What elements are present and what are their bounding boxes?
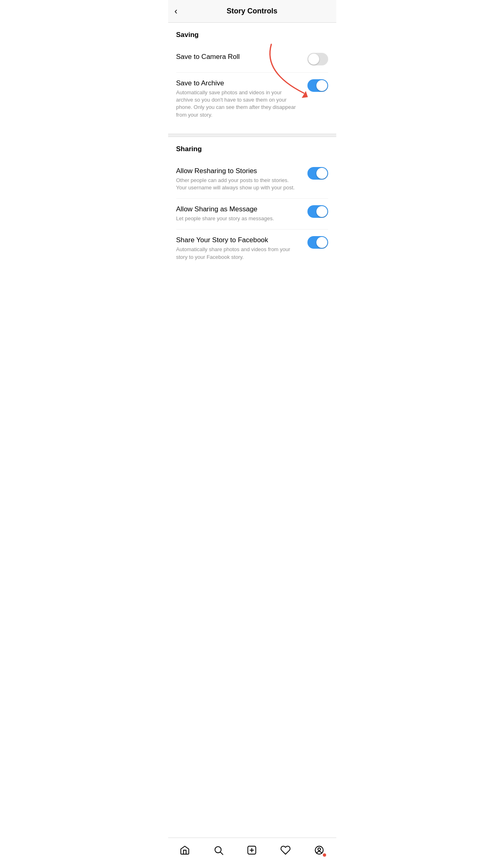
save-archive-label: Save to Archive xyxy=(176,79,299,87)
allow-resharing-label: Allow Resharing to Stories xyxy=(176,167,299,175)
save-archive-toggle[interactable] xyxy=(307,79,328,92)
share-to-facebook-row: Share Your Story to Facebook Automatical… xyxy=(176,229,328,267)
section-divider xyxy=(168,134,336,137)
saving-section: Saving Save to Camera Roll Save to Archi… xyxy=(168,23,336,126)
share-to-facebook-label: Share Your Story to Facebook xyxy=(176,236,299,244)
sharing-section-title: Sharing xyxy=(176,145,328,153)
save-camera-roll-toggle[interactable] xyxy=(307,53,328,65)
header: ‹ Story Controls xyxy=(168,0,336,23)
save-camera-roll-row: Save to Camera Roll xyxy=(176,46,328,72)
saving-section-title: Saving xyxy=(176,31,328,39)
allow-sharing-message-label: Allow Sharing as Message xyxy=(176,205,299,213)
allow-resharing-row: Allow Resharing to Stories Other people … xyxy=(176,161,328,198)
share-to-facebook-description: Automatically share photos and videos fr… xyxy=(176,246,299,260)
allow-resharing-toggle[interactable] xyxy=(307,167,328,180)
save-archive-description: Automatically save photos and videos in … xyxy=(176,89,299,119)
back-button[interactable]: ‹ xyxy=(175,6,177,17)
allow-sharing-message-description: Let people share your story as messages. xyxy=(176,215,299,222)
share-to-facebook-toggle[interactable] xyxy=(307,236,328,249)
page-title: Story Controls xyxy=(227,7,277,15)
save-archive-row: Save to Archive Automatically save photo… xyxy=(176,72,328,126)
sharing-section: Sharing Allow Resharing to Stories Other… xyxy=(168,137,336,268)
allow-sharing-message-toggle[interactable] xyxy=(307,205,328,218)
allow-resharing-description: Other people can add your posts to their… xyxy=(176,177,299,191)
save-camera-roll-label: Save to Camera Roll xyxy=(176,53,299,61)
allow-sharing-message-row: Allow Sharing as Message Let people shar… xyxy=(176,198,328,229)
content: Saving Save to Camera Roll Save to Archi… xyxy=(168,23,336,268)
